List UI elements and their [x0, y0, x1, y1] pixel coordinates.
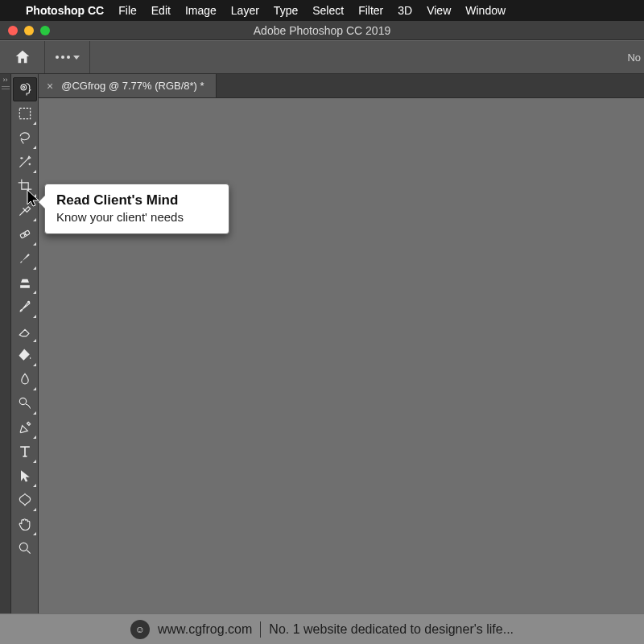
- svg-point-1: [23, 86, 24, 89]
- menu-window[interactable]: Window: [465, 4, 506, 17]
- options-bar-right-text: No: [627, 41, 644, 73]
- menu-filter[interactable]: Filter: [358, 4, 383, 17]
- window-zoom-button[interactable]: [40, 26, 50, 35]
- footer-site: www.cgfrog.com: [158, 622, 252, 637]
- brush-icon: [17, 250, 33, 266]
- eraser-icon: [17, 323, 33, 339]
- menu-edit[interactable]: Edit: [151, 4, 171, 17]
- work-area: ››: [0, 74, 644, 613]
- svg-rect-2: [19, 108, 30, 118]
- paint-bucket-icon: [17, 347, 33, 363]
- zoom-tool[interactable]: [13, 536, 37, 560]
- window-minimize-button[interactable]: [24, 26, 34, 35]
- lasso-icon: [17, 130, 33, 146]
- type-tool[interactable]: [13, 440, 37, 464]
- close-tab-button[interactable]: ×: [47, 80, 53, 92]
- pen-tool[interactable]: [13, 415, 37, 440]
- window-title: Adobe Photoshop CC 2019: [0, 24, 644, 37]
- pen-icon: [17, 419, 33, 436]
- mind-reader-icon: [17, 81, 33, 97]
- footer-separator: [260, 621, 261, 638]
- custom-shape-icon: [17, 492, 33, 508]
- hand-tool[interactable]: [13, 512, 37, 536]
- clone-stamp-icon: [17, 275, 33, 291]
- crop-tool[interactable]: [13, 174, 37, 198]
- path-selection-icon: [17, 468, 33, 484]
- dodge-tool[interactable]: [13, 391, 37, 415]
- healing-brush-icon: [17, 226, 33, 242]
- home-button[interactable]: [0, 41, 45, 73]
- eraser-tool[interactable]: [13, 319, 37, 343]
- document-tab-bar: × @CGfrog @ 7.77% (RGB/8*) *: [39, 74, 644, 98]
- hand-icon: [17, 516, 33, 532]
- mind-reader-tool[interactable]: [13, 77, 37, 101]
- home-icon: [14, 48, 31, 66]
- marquee-tool[interactable]: [13, 101, 37, 126]
- menu-type[interactable]: Type: [274, 4, 298, 17]
- path-selection-tool[interactable]: [13, 464, 37, 488]
- toolbox: [11, 74, 39, 613]
- document-tab[interactable]: × @CGfrog @ 7.77% (RGB/8*) *: [39, 74, 217, 97]
- document-tab-label: @CGfrog @ 7.77% (RGB/8*) *: [61, 80, 204, 92]
- clone-stamp-tool[interactable]: [13, 270, 37, 295]
- svg-point-5: [19, 543, 27, 551]
- collapsed-panel-strip[interactable]: ››: [0, 74, 11, 613]
- paint-bucket-tool[interactable]: [13, 343, 37, 367]
- options-bar: No: [0, 40, 644, 74]
- custom-shape-tool[interactable]: [13, 488, 37, 512]
- menu-file[interactable]: File: [118, 4, 137, 17]
- menu-view[interactable]: View: [427, 4, 451, 17]
- marquee-icon: [17, 105, 33, 122]
- history-brush-tool[interactable]: [13, 295, 37, 319]
- menu-select[interactable]: Select: [312, 4, 344, 17]
- svg-point-4: [19, 398, 26, 404]
- eyedropper-tool[interactable]: [13, 198, 37, 222]
- canvas[interactable]: [39, 98, 644, 613]
- tooltip-title: Read Client's Mind: [56, 192, 214, 208]
- footer-logo-icon: ☺: [130, 620, 150, 639]
- chevron-down-icon: [73, 56, 80, 60]
- tool-tooltip: Read Client's Mind Know your client' nee…: [44, 184, 229, 234]
- brush-tool[interactable]: [13, 246, 37, 270]
- footer-tagline: No. 1 website dedicated to designer's li…: [269, 622, 514, 637]
- expand-panels-icon[interactable]: ››: [0, 74, 10, 84]
- history-brush-icon: [17, 299, 33, 315]
- type-icon: [17, 444, 33, 460]
- eyedropper-icon: [17, 202, 33, 218]
- svg-point-0: [21, 85, 27, 90]
- zoom-icon: [17, 540, 33, 556]
- panel-grip-icon: [2, 86, 10, 89]
- window-titlebar: Adobe Photoshop CC 2019: [0, 21, 644, 40]
- crop-icon: [17, 178, 33, 194]
- smudge-tool[interactable]: [13, 367, 37, 391]
- document-area: × @CGfrog @ 7.77% (RGB/8*) *: [39, 74, 644, 613]
- dodge-icon: [17, 395, 33, 411]
- magic-wand-tool[interactable]: [13, 150, 37, 174]
- macos-menubar: Photoshop CC File Edit Image Layer Type …: [0, 0, 644, 21]
- healing-brush-tool[interactable]: [13, 222, 37, 246]
- footer-watermark: ☺ www.cgfrog.com No. 1 website dedicated…: [0, 613, 644, 644]
- more-icon: [56, 56, 70, 59]
- smudge-icon: [17, 371, 33, 387]
- tool-options-more-button[interactable]: [45, 41, 90, 73]
- tooltip-description: Know your client' needs: [56, 210, 214, 224]
- app-menu[interactable]: Photoshop CC: [26, 4, 104, 17]
- window-close-button[interactable]: [8, 26, 18, 35]
- menu-layer[interactable]: Layer: [231, 4, 259, 17]
- menu-image[interactable]: Image: [185, 4, 217, 17]
- menu-3d[interactable]: 3D: [398, 4, 412, 17]
- lasso-tool[interactable]: [13, 126, 37, 150]
- magic-wand-icon: [17, 154, 33, 170]
